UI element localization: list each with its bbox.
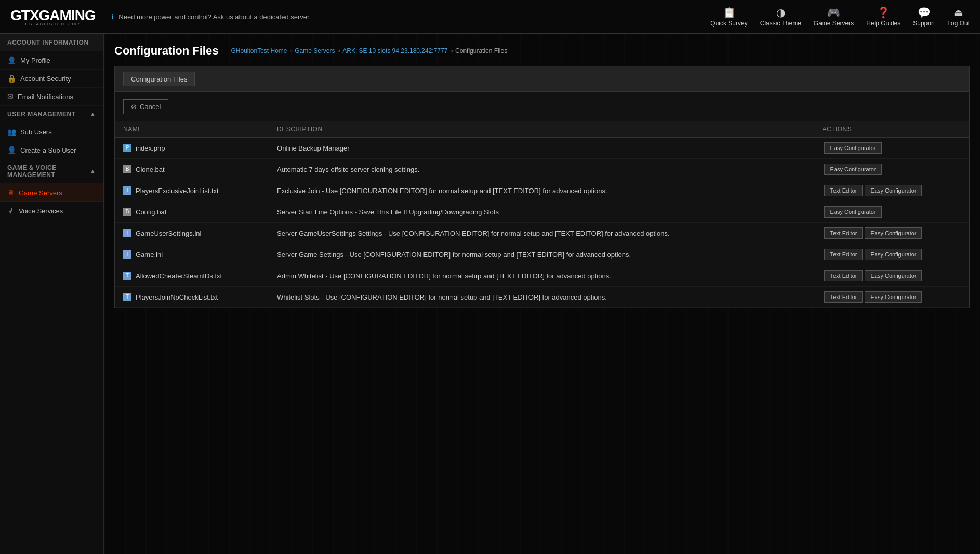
easy-configurator-button[interactable]: Easy Configurator <box>865 270 922 281</box>
easy-configurator-button[interactable]: Easy Configurator <box>824 206 881 218</box>
game-voice-toggle[interactable]: Game & Voice Management ▲ <box>0 159 103 184</box>
table-row: BClone.batAutomatic 7 days offsite serve… <box>115 159 969 180</box>
file-type-icon: B <box>123 208 131 216</box>
sidebar-item-account-security[interactable]: 🔒 Account Security <box>0 70 103 88</box>
nav-log-out[interactable]: ⏏ Log Out <box>947 6 970 27</box>
sidebar-create-sub-user-label: Create a Sub User <box>20 146 76 154</box>
easy-configurator-button[interactable]: Easy Configurator <box>824 142 881 154</box>
breadcrumb-bar: Configuration Files GHoultonTest Home » … <box>114 44 970 58</box>
cancel-button[interactable]: ⊘ Cancel <box>123 99 168 114</box>
file-name: GameUserSettings.ini <box>136 229 201 237</box>
breadcrumb-game-servers[interactable]: Game Servers <box>295 47 335 55</box>
easy-configurator-button[interactable]: Easy Configurator <box>865 185 922 196</box>
file-name: PlayersJoinNoCheckList.txt <box>136 293 218 301</box>
file-description: Server GameUserSettings Settings - Use [… <box>269 223 814 244</box>
file-type-icon: B <box>123 165 131 173</box>
config-panel: Configuration Files ⊘ Cancel Name Descri… <box>114 66 970 308</box>
file-actions: Easy Configurator <box>814 138 969 159</box>
breadcrumb-current: Configuration Files <box>455 47 507 55</box>
file-description: Whitelist Slots - Use [CONFIGURATION EDI… <box>269 287 814 308</box>
cancel-label: Cancel <box>140 103 161 111</box>
nav-support[interactable]: 💬 Support <box>913 6 935 27</box>
notification-text: Need more power and control? Ask us abou… <box>118 13 311 21</box>
cancel-icon: ⊘ <box>131 103 137 111</box>
sidebar-game-servers-label: Game Servers <box>19 189 62 197</box>
text-editor-button[interactable]: Text Editor <box>824 291 863 303</box>
text-editor-button[interactable]: Text Editor <box>824 227 863 239</box>
file-name: Game.ini <box>136 251 163 259</box>
table-row: TPlayersJoinNoCheckList.txtWhitelist Slo… <box>115 287 969 308</box>
nav-log-out-label: Log Out <box>947 20 970 27</box>
nav-help-guides-label: Help Guides <box>866 20 900 27</box>
breadcrumb-sep-3: » <box>449 47 453 55</box>
nav-quick-survey[interactable]: 📋 Quick Survey <box>710 6 747 27</box>
game-servers-sidebar-icon: 🖥 <box>7 188 15 197</box>
easy-configurator-button[interactable]: Easy Configurator <box>865 291 922 303</box>
notification-bar: ℹ Need more power and control? Ask us ab… <box>106 13 711 21</box>
file-name: AllowedCheaterSteamIDs.txt <box>136 272 222 280</box>
config-files-tab[interactable]: Configuration Files <box>123 72 195 86</box>
chevron-down-icon: ▲ <box>90 168 96 175</box>
sidebar-item-create-sub-user[interactable]: 👤 Create a Sub User <box>0 141 103 159</box>
game-servers-icon: 🎮 <box>827 6 840 19</box>
sidebar-item-game-servers[interactable]: 🖥 Game Servers <box>0 184 103 202</box>
my-profile-icon: 👤 <box>7 56 16 64</box>
nav-help-guides[interactable]: ❓ Help Guides <box>866 6 900 27</box>
sidebar-item-email-notifications[interactable]: ✉ Email Notifications <box>0 88 103 106</box>
email-notifications-icon: ✉ <box>7 92 14 101</box>
sidebar-my-profile-label: My Profile <box>20 57 50 64</box>
sidebar-item-my-profile[interactable]: 👤 My Profile <box>0 51 103 70</box>
breadcrumb-home[interactable]: GHoultonTest Home <box>231 47 287 55</box>
nav-classic-theme[interactable]: ◑ Classic Theme <box>760 6 801 27</box>
file-description: Online Backup Manager <box>269 138 814 159</box>
table-row: Pindex.phpOnline Backup ManagerEasy Conf… <box>115 138 969 159</box>
file-actions: Text EditorEasy Configurator <box>814 287 969 308</box>
account-security-icon: 🔒 <box>7 74 16 83</box>
log-out-icon: ⏏ <box>953 6 963 19</box>
easy-configurator-button[interactable]: Easy Configurator <box>865 227 922 239</box>
info-icon: ℹ <box>111 13 114 21</box>
nav-game-servers[interactable]: 🎮 Game Servers <box>814 6 854 27</box>
table-row: IGame.iniServer Game Settings - Use [CON… <box>115 244 969 265</box>
file-actions: Text EditorEasy Configurator <box>814 265 969 287</box>
logo: GTXGAMING ESTABLISHED 2007 <box>10 7 96 26</box>
breadcrumb-sep-1: » <box>289 47 293 55</box>
file-type-icon: T <box>123 293 131 301</box>
sidebar-voice-services-label: Voice Services <box>19 207 63 215</box>
breadcrumb-ark-server[interactable]: ARK: SE 10 slots 94.23.180.242:7777 <box>342 47 447 55</box>
file-name: Config.bat <box>136 208 166 216</box>
easy-configurator-button[interactable]: Easy Configurator <box>824 164 881 175</box>
file-description: Server Start Line Options - Save This Fi… <box>269 201 814 223</box>
file-description: Exclusive Join - Use [CONFIGURATION EDIT… <box>269 180 814 201</box>
breadcrumb-sep-2: » <box>337 47 341 55</box>
sidebar-sub-users-label: Sub Users <box>20 128 52 136</box>
file-actions: Text EditorEasy Configurator <box>814 180 969 201</box>
table-row: TAllowedCheaterSteamIDs.txtAdmin Whiteli… <box>115 265 969 287</box>
file-type-icon: P <box>123 144 131 152</box>
sidebar-item-sub-users[interactable]: 👥 Sub Users <box>0 123 103 141</box>
content-area: Configuration Files GHoultonTest Home » … <box>104 34 980 554</box>
easy-configurator-button[interactable]: Easy Configurator <box>865 249 922 260</box>
user-management-toggle[interactable]: User Management ▲ <box>0 106 103 123</box>
text-editor-button[interactable]: Text Editor <box>824 270 863 281</box>
file-actions: Easy Configurator <box>814 201 969 223</box>
sidebar-item-voice-services[interactable]: 🎙 Voice Services <box>0 202 103 220</box>
file-description: Automatic 7 days offsite server cloning … <box>269 159 814 180</box>
sidebar: Account Information 👤 My Profile 🔒 Accou… <box>0 34 104 554</box>
quick-survey-icon: 📋 <box>723 6 736 19</box>
text-editor-button[interactable]: Text Editor <box>824 185 863 196</box>
file-actions: Text EditorEasy Configurator <box>814 223 969 244</box>
file-type-icon: T <box>123 186 131 195</box>
file-type-icon: I <box>123 229 131 237</box>
sidebar-account-security-label: Account Security <box>20 75 71 83</box>
chevron-up-icon: ▲ <box>90 111 96 118</box>
nav-classic-theme-label: Classic Theme <box>760 20 801 27</box>
file-actions: Easy Configurator <box>814 159 969 180</box>
file-name: Clone.bat <box>136 166 165 173</box>
top-nav: 📋 Quick Survey ◑ Classic Theme 🎮 Game Se… <box>710 6 970 27</box>
main-layout: Account Information 👤 My Profile 🔒 Accou… <box>0 34 980 554</box>
file-actions: Text EditorEasy Configurator <box>814 244 969 265</box>
text-editor-button[interactable]: Text Editor <box>824 249 863 260</box>
file-description: Server Game Settings - Use [CONFIGURATIO… <box>269 244 814 265</box>
game-voice-label: Game & Voice Management <box>7 164 90 179</box>
